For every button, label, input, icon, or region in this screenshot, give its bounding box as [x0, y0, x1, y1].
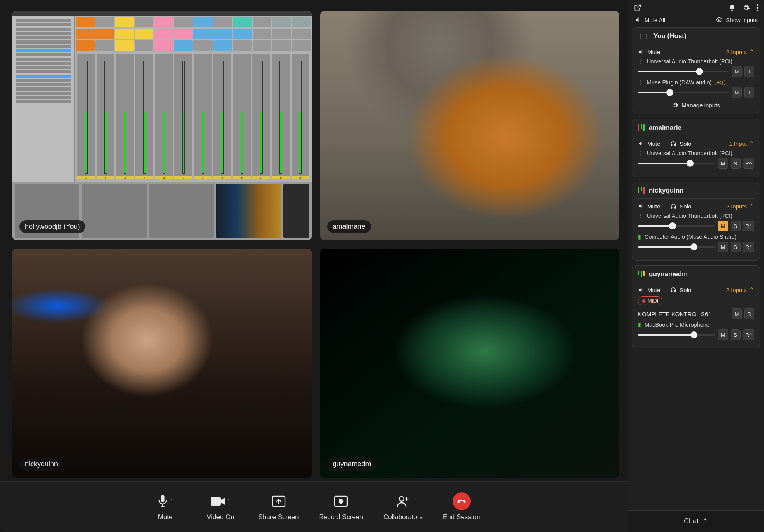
- control-label: Collaborators: [383, 513, 423, 521]
- volume-icon: [638, 203, 644, 209]
- participant-name: You (Host): [653, 32, 687, 40]
- chip-m[interactable]: M: [718, 242, 728, 252]
- label: Manage inputs: [681, 102, 720, 108]
- grip-icon[interactable]: ⋮⋮: [638, 33, 650, 39]
- end-session-button[interactable]: End Session: [443, 493, 480, 521]
- chip-m[interactable]: M: [718, 220, 728, 231]
- gear-icon: [672, 102, 678, 108]
- video-feed: [12, 248, 312, 478]
- collaborators-button[interactable]: Collaborators: [383, 493, 423, 521]
- chevron-up-icon[interactable]: ⌃: [227, 499, 231, 504]
- mute-toggle[interactable]: Mute: [638, 140, 660, 147]
- chevron-up-icon: ⌃: [749, 203, 754, 210]
- input-row: ⋮ Muse Plugin (DAW audio) HQ: [638, 79, 754, 86]
- chip-r[interactable]: R^: [743, 158, 755, 169]
- chip-s[interactable]: S: [731, 329, 741, 340]
- inputs-toggle[interactable]: 1 Input ⌃: [729, 140, 754, 147]
- daw-screenshare: 1 2 3 4 5 6 7 8 9 A B S: [12, 11, 312, 240]
- volume-slider[interactable]: [638, 331, 715, 339]
- chip-m[interactable]: M: [732, 87, 742, 98]
- svg-rect-11: [671, 206, 672, 208]
- mute-toggle[interactable]: Mute: [638, 203, 660, 210]
- chip-r[interactable]: R: [744, 308, 754, 319]
- record-screen-icon: [334, 495, 348, 507]
- svg-point-7: [757, 10, 759, 12]
- input-row: ▮ MacBook Pro Microphone: [638, 322, 754, 328]
- video-tile-amalmarie[interactable]: amalmarie: [320, 11, 620, 240]
- solo-toggle[interactable]: Solo: [670, 140, 691, 147]
- hangup-icon: [457, 496, 467, 506]
- mute-button[interactable]: ⌃ Mute: [148, 493, 183, 521]
- grip-icon[interactable]: ⋮: [638, 150, 644, 156]
- solo-toggle[interactable]: Solo: [670, 203, 691, 210]
- video-tile-guynamedm[interactable]: guynamedm: [320, 248, 620, 478]
- headphones-icon: [670, 203, 676, 209]
- volume-slider[interactable]: [638, 88, 729, 97]
- control-label: Share Screen: [258, 513, 299, 521]
- chip-s[interactable]: S: [731, 220, 741, 231]
- video-button[interactable]: ⌃ Video On: [203, 493, 238, 521]
- record-screen-button[interactable]: Record Screen: [319, 493, 363, 521]
- chip-r[interactable]: R^: [743, 242, 755, 252]
- grip-icon[interactable]: ⋮: [638, 79, 644, 86]
- popout-icon[interactable]: [634, 4, 641, 12]
- label: Mute: [647, 49, 660, 55]
- chip-m[interactable]: M: [732, 66, 742, 77]
- input-name: Computer Audio (Muse Audio Share): [645, 234, 736, 240]
- chevron-up-icon[interactable]: ⌃: [170, 499, 174, 504]
- grip-icon[interactable]: ▮: [638, 234, 641, 240]
- inputs-toggle[interactable]: 2 Inputs ⌃: [726, 48, 754, 55]
- grip-icon[interactable]: ▮: [638, 322, 641, 328]
- chip-t[interactable]: T: [744, 66, 754, 77]
- inputs-toggle[interactable]: 2 Inputs ⌃: [726, 203, 754, 210]
- grip-icon[interactable]: ⋮: [638, 58, 644, 65]
- manage-inputs-button[interactable]: Manage inputs: [638, 102, 754, 108]
- mute-toggle[interactable]: Mute: [638, 49, 660, 55]
- chip-r[interactable]: R^: [743, 220, 755, 231]
- record-dot-icon: [642, 299, 645, 303]
- video-icon: [211, 496, 225, 506]
- svg-point-3: [339, 499, 343, 503]
- share-screen-button[interactable]: Share Screen: [258, 493, 299, 521]
- control-label: Video On: [207, 513, 234, 521]
- label: Mute: [647, 140, 660, 147]
- more-icon[interactable]: [756, 4, 759, 12]
- chip-r[interactable]: R^: [743, 329, 755, 340]
- sidebar-topbar: [628, 0, 764, 13]
- control-label: End Session: [443, 513, 480, 521]
- volume-slider[interactable]: [638, 67, 729, 76]
- show-inputs-button[interactable]: Show inputs: [716, 16, 758, 23]
- inputs-toggle[interactable]: 2 Inputs ⌃: [726, 286, 754, 293]
- chip-m[interactable]: M: [718, 158, 728, 169]
- headphones-icon: [670, 287, 676, 293]
- volume-slider[interactable]: [638, 222, 715, 230]
- bell-icon[interactable]: [728, 4, 736, 12]
- video-tile-nickyquinn[interactable]: nickyquinn: [12, 248, 312, 478]
- svg-rect-0: [211, 497, 221, 506]
- chip-m[interactable]: M: [718, 329, 728, 340]
- video-tile-hollywoodjb[interactable]: 1 2 3 4 5 6 7 8 9 A B S: [12, 11, 312, 240]
- tile-label: amalmarie: [327, 220, 371, 233]
- chat-toggle[interactable]: Chat ⌃: [628, 510, 764, 532]
- vu-meter-icon: [638, 271, 645, 277]
- chip-s[interactable]: S: [731, 158, 741, 169]
- gear-icon[interactable]: [742, 4, 750, 12]
- tile-label: nickyquinn: [19, 458, 63, 471]
- chevron-up-icon: ⌃: [749, 48, 754, 55]
- chip-m[interactable]: M: [732, 308, 742, 319]
- svg-point-8: [718, 19, 720, 21]
- volume-slider[interactable]: [638, 159, 715, 168]
- sidebar: Mute All Show inputs ⋮⋮ You (Host) M: [628, 0, 764, 532]
- tile-label: hollywoodjb (You): [19, 220, 85, 233]
- volume-slider[interactable]: [638, 243, 715, 251]
- chip-t[interactable]: T: [744, 87, 754, 98]
- video-grid: 1 2 3 4 5 6 7 8 9 A B S: [0, 0, 628, 481]
- solo-toggle[interactable]: Solo: [670, 287, 691, 293]
- input-row: ⋮ Universal Audio Thunderbolt (PCI): [638, 58, 754, 65]
- label: Solo: [680, 287, 691, 293]
- mute-all-button[interactable]: Mute All: [634, 16, 665, 23]
- chip-s[interactable]: S: [731, 242, 741, 252]
- grip-icon[interactable]: ⋮: [638, 213, 644, 219]
- volume-icon: [638, 287, 644, 293]
- mute-toggle[interactable]: Mute: [638, 287, 660, 293]
